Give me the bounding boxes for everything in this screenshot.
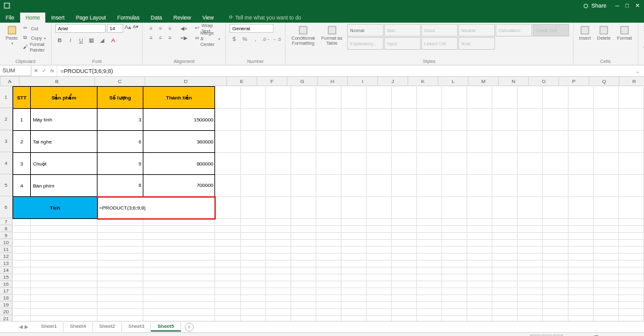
- cell[interactable]: [31, 302, 97, 309]
- cell[interactable]: [593, 302, 618, 309]
- cell[interactable]: [543, 247, 568, 254]
- cell[interactable]: [467, 197, 492, 219]
- cell[interactable]: [341, 109, 366, 131]
- cell[interactable]: [417, 247, 442, 254]
- cell[interactable]: [618, 274, 643, 281]
- cell[interactable]: [417, 240, 442, 247]
- cell[interactable]: [265, 219, 291, 226]
- tich-label-cell[interactable]: Tích: [13, 197, 97, 219]
- cell[interactable]: [366, 175, 391, 197]
- cell[interactable]: [492, 197, 518, 219]
- cell[interactable]: [316, 153, 341, 175]
- cell[interactable]: [543, 254, 568, 260]
- cell[interactable]: [13, 219, 31, 226]
- cell[interactable]: [593, 247, 618, 254]
- cell[interactable]: [143, 226, 215, 233]
- cell[interactable]: [417, 295, 442, 302]
- cell[interactable]: [31, 240, 97, 247]
- row-header-8[interactable]: 8: [0, 225, 12, 232]
- cell[interactable]: [543, 295, 568, 302]
- cell[interactable]: [568, 240, 593, 247]
- cell[interactable]: [442, 267, 467, 274]
- window-maximize-icon[interactable]: □: [626, 3, 629, 9]
- cell[interactable]: [31, 316, 97, 322]
- active-formula-cell[interactable]: =PRODUCT(3;6;9;8): [97, 197, 215, 219]
- tab-home[interactable]: Home: [20, 13, 46, 23]
- decrease-font-button[interactable]: A▾: [133, 24, 138, 33]
- cell[interactable]: [366, 87, 391, 109]
- cell[interactable]: [13, 316, 31, 322]
- cell[interactable]: [215, 281, 240, 288]
- cell[interactable]: [442, 247, 467, 254]
- cell[interactable]: [467, 288, 492, 295]
- cell[interactable]: [467, 175, 492, 197]
- row-header-13[interactable]: 13: [0, 260, 12, 267]
- cell[interactable]: [543, 197, 568, 219]
- cell[interactable]: [31, 219, 97, 226]
- cell[interactable]: [240, 288, 265, 295]
- cell[interactable]: [265, 295, 291, 302]
- align-center-button[interactable]: ≡: [156, 33, 165, 42]
- cell[interactable]: [417, 309, 442, 316]
- cell[interactable]: [366, 267, 391, 274]
- cell[interactable]: [618, 288, 643, 295]
- cell[interactable]: [543, 260, 568, 267]
- cell[interactable]: [291, 197, 316, 219]
- cell[interactable]: [341, 247, 366, 254]
- cell[interactable]: [97, 274, 143, 281]
- cell[interactable]: [215, 109, 240, 131]
- cell[interactable]: [593, 233, 618, 240]
- cell[interactable]: [442, 254, 467, 260]
- cell-grid[interactable]: STTSản phẩmSố lượngThành tiền1Máy tính31…: [13, 86, 644, 321]
- row-header-4[interactable]: 4: [0, 152, 12, 174]
- cell[interactable]: [467, 260, 492, 267]
- cell[interactable]: [492, 240, 518, 247]
- column-header-C[interactable]: C: [95, 77, 145, 86]
- row-header-20[interactable]: 20: [0, 308, 12, 315]
- cell[interactable]: [366, 254, 391, 260]
- formula-input[interactable]: =PRODUCT(3;6;9;8): [57, 68, 631, 74]
- cell[interactable]: [518, 274, 543, 281]
- cell[interactable]: [240, 131, 265, 153]
- cell[interactable]: [518, 87, 543, 109]
- cell[interactable]: [31, 226, 97, 233]
- cell[interactable]: [97, 288, 143, 295]
- cell[interactable]: [593, 109, 618, 131]
- data-cell[interactable]: 9: [97, 153, 143, 175]
- cell[interactable]: [215, 240, 240, 247]
- cell[interactable]: [417, 260, 442, 267]
- cell[interactable]: [265, 247, 291, 254]
- cell[interactable]: [593, 316, 618, 322]
- cell[interactable]: [492, 131, 518, 153]
- cell[interactable]: [291, 233, 316, 240]
- share-button[interactable]: Share: [583, 3, 606, 9]
- cell[interactable]: [492, 254, 518, 260]
- cell[interactable]: [492, 175, 518, 197]
- cell[interactable]: [316, 87, 341, 109]
- tell-me-search[interactable]: Tell me what you want to do: [223, 13, 307, 23]
- insert-cells-button[interactable]: Insert: [577, 24, 593, 42]
- cell[interactable]: [341, 175, 366, 197]
- column-header-N[interactable]: N: [499, 77, 529, 86]
- font-color-button[interactable]: A: [109, 36, 118, 45]
- cell[interactable]: [265, 309, 291, 316]
- cell[interactable]: [240, 309, 265, 316]
- merge-center-button[interactable]: ⇔Merge & Center▾: [194, 34, 222, 43]
- cell[interactable]: [97, 316, 143, 322]
- column-header-M[interactable]: M: [469, 77, 499, 86]
- row-header-15[interactable]: 15: [0, 274, 12, 281]
- cell[interactable]: [265, 175, 291, 197]
- cell[interactable]: [593, 274, 618, 281]
- sheet-tab-sheet1[interactable]: Sheet1: [35, 322, 64, 332]
- cell[interactable]: [215, 175, 240, 197]
- header-sl[interactable]: Số lượng: [97, 87, 143, 109]
- cell[interactable]: [492, 247, 518, 254]
- cell[interactable]: [366, 302, 391, 309]
- cell[interactable]: [366, 295, 391, 302]
- style-normal[interactable]: Normal: [347, 24, 384, 36]
- window-minimize-icon[interactable]: ─: [615, 3, 619, 9]
- cell[interactable]: [568, 109, 593, 131]
- cell[interactable]: [341, 219, 366, 226]
- window-close-icon[interactable]: ✕: [635, 3, 640, 9]
- cell[interactable]: [215, 316, 240, 322]
